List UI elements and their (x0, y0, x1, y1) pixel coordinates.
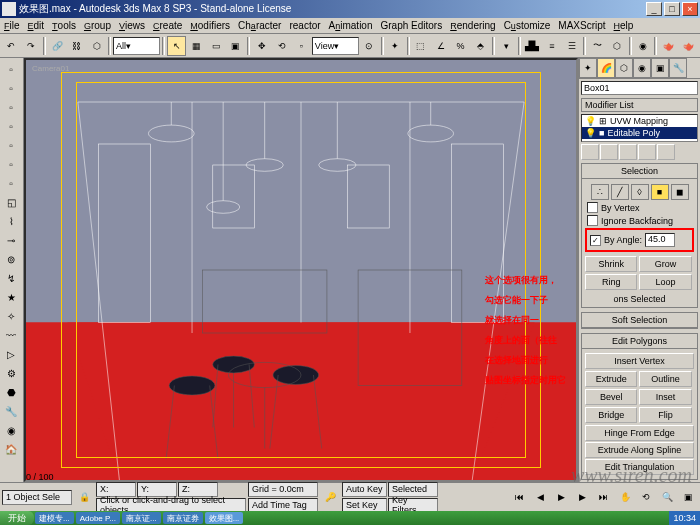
viewport[interactable]: Camera01 这个选项很有用， 勾选它能一下子 就选择在同一 角度上的面（往… (24, 58, 578, 482)
menu-edit[interactable]: Edit (28, 20, 45, 31)
task-item[interactable]: 南京证... (122, 512, 161, 524)
inset-button[interactable]: Inset (639, 389, 691, 405)
reactor-plane-icon[interactable]: ◱ (1, 193, 21, 211)
named-sel[interactable]: ▾ (497, 36, 516, 56)
reactor-cloth-icon[interactable]: ▫ (1, 117, 21, 135)
angle-snap[interactable]: ∠ (431, 36, 450, 56)
reactor-analyze-icon[interactable]: ⚙ (1, 364, 21, 382)
play-icon[interactable]: ▶ (551, 487, 571, 507)
reactor-toy-icon[interactable]: ★ (1, 288, 21, 306)
tab-create[interactable]: ✦ (579, 58, 597, 78)
keymode-icon[interactable]: 🔑 (320, 487, 340, 507)
mirror-button[interactable]: ▟▙ (523, 36, 542, 56)
insert-vertex-button[interactable]: Insert Vertex (585, 353, 694, 369)
menu-character[interactable]: Character (238, 20, 281, 31)
undo-button[interactable]: ↶ (2, 36, 21, 56)
curve-editor-button[interactable]: 〜 (588, 36, 607, 56)
align-button[interactable]: ≡ (542, 36, 561, 56)
reactor-world-icon[interactable]: ⬣ (1, 383, 21, 401)
show-result-button[interactable] (600, 144, 618, 160)
task-item[interactable]: 南京证券 (163, 512, 203, 524)
task-item[interactable]: 建模专... (35, 512, 74, 524)
redo-button[interactable]: ↷ (22, 36, 41, 56)
reactor-help-icon[interactable]: 🏠 (1, 440, 21, 458)
autokey-button[interactable]: Auto Key (342, 482, 387, 497)
bevel-button[interactable]: Bevel (585, 389, 637, 405)
ring-button[interactable]: Ring (585, 274, 637, 290)
maximize-button[interactable]: □ (664, 2, 680, 16)
selection-filter[interactable]: All ▾ (113, 37, 160, 55)
select-name-button[interactable]: ▦ (187, 36, 206, 56)
menu-reactor[interactable]: reactor (289, 20, 320, 31)
remove-mod-button[interactable] (638, 144, 656, 160)
reactor-motor-icon[interactable]: ⊚ (1, 250, 21, 268)
rollout-title[interactable]: Edit Polygons (582, 334, 697, 349)
menu-grapheditors[interactable]: Graph Editors (381, 20, 443, 31)
hinge-button[interactable]: Hinge From Edge (585, 425, 694, 441)
tab-display[interactable]: ▣ (651, 58, 669, 78)
rollout-title[interactable]: Selection (582, 164, 697, 179)
pan-icon[interactable]: ✋ (615, 487, 635, 507)
percent-snap[interactable]: % (451, 36, 470, 56)
material-button[interactable]: ◉ (634, 36, 653, 56)
goto-end-icon[interactable]: ⏭ (593, 487, 613, 507)
reactor-wind-icon[interactable]: ↯ (1, 269, 21, 287)
grow-button[interactable]: Grow (639, 256, 691, 272)
menu-customize[interactable]: Customize (504, 20, 551, 31)
reactor-fracture-icon[interactable]: ✧ (1, 307, 21, 325)
tab-motion[interactable]: ◉ (633, 58, 651, 78)
pin-stack-button[interactable] (581, 144, 599, 160)
reactor-rigid-icon[interactable]: ▫ (1, 79, 21, 97)
link-button[interactable]: 🔗 (48, 36, 67, 56)
task-item[interactable]: Adobe P... (76, 512, 120, 524)
bind-button[interactable]: ⬡ (87, 36, 106, 56)
menu-file[interactable]: File (4, 20, 20, 31)
rollout-title[interactable]: Soft Selection (582, 313, 697, 328)
object-name-field[interactable]: Box01 (581, 81, 698, 95)
menu-tools[interactable]: Tools (52, 20, 76, 31)
close-button[interactable]: × (682, 2, 698, 16)
bridge-button[interactable]: Bridge (585, 407, 637, 423)
reactor-util-icon[interactable]: 🔧 (1, 402, 21, 420)
unlink-button[interactable]: ⛓ (67, 36, 86, 56)
task-item-active[interactable]: 效果图... (205, 512, 244, 524)
by-angle-spinner[interactable]: 45.0 (645, 233, 675, 247)
menu-help[interactable]: Help (614, 20, 634, 31)
subobj-vertex[interactable]: ∴ (591, 184, 609, 200)
menu-modifiers[interactable]: Modifiers (190, 20, 230, 31)
reactor-water-icon[interactable]: 〰 (1, 326, 21, 344)
manipulate-button[interactable]: ✦ (386, 36, 405, 56)
modifier-stack[interactable]: 💡⊞UVW Mapping 💡■Editable Poly (581, 114, 698, 142)
tab-hierarchy[interactable]: ⬡ (615, 58, 633, 78)
menu-animation[interactable]: Animation (329, 20, 373, 31)
subobj-edge[interactable]: ╱ (611, 184, 629, 200)
by-angle-checkbox[interactable]: ✓ (590, 235, 601, 246)
reactor-preview-icon[interactable]: ▷ (1, 345, 21, 363)
reactor-prop-icon[interactable]: ◉ (1, 421, 21, 439)
pivot-button[interactable]: ⊙ (360, 36, 379, 56)
prev-frame-icon[interactable]: ◀ (530, 487, 550, 507)
by-vertex-checkbox[interactable] (587, 202, 598, 213)
menu-views[interactable]: Views (119, 20, 145, 31)
spinner-snap[interactable]: ⬘ (471, 36, 490, 56)
flip-button[interactable]: Flip (639, 407, 691, 423)
minimize-button[interactable]: _ (646, 2, 662, 16)
start-button[interactable]: 开始 (0, 511, 34, 525)
goto-start-icon[interactable]: ⏮ (509, 487, 529, 507)
select-region-button[interactable]: ▭ (207, 36, 226, 56)
snap-toggle[interactable]: ⬚ (412, 36, 431, 56)
menu-create[interactable]: Create (153, 20, 182, 31)
quick-render-button[interactable]: 🫖 (679, 36, 698, 56)
layers-button[interactable]: ☰ (562, 36, 581, 56)
next-frame-icon[interactable]: ▶ (572, 487, 592, 507)
menu-group[interactable]: Group (84, 20, 111, 31)
modifier-list-dropdown[interactable]: Modifier List (581, 98, 698, 112)
reactor-dashpot-icon[interactable]: ⊸ (1, 231, 21, 249)
ignore-backfacing-checkbox[interactable] (587, 215, 598, 226)
reactor-spring-icon[interactable]: ⌇ (1, 212, 21, 230)
system-tray[interactable]: 10:34 (669, 511, 700, 525)
arc-rotate-icon[interactable]: ⟲ (636, 487, 656, 507)
maxmin-icon[interactable]: ▣ (678, 487, 698, 507)
outline-button[interactable]: Outline (639, 371, 691, 387)
loop-button[interactable]: Loop (639, 274, 691, 290)
